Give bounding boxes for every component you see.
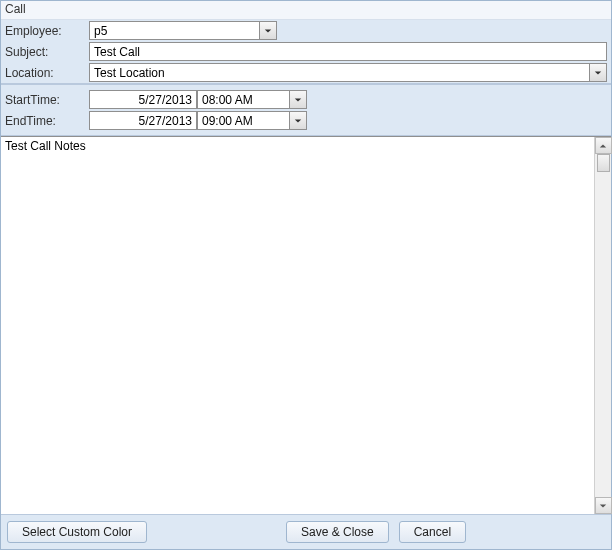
chevron-down-icon [294,93,302,107]
chevron-up-icon [599,139,607,153]
end-time-dropdown-button[interactable] [289,111,307,130]
employee-dropdown-button[interactable] [259,21,277,40]
start-time-input[interactable] [197,90,289,109]
start-time-row: StartTime: [1,89,611,110]
start-date-input[interactable] [89,90,197,109]
employee-combo[interactable] [89,21,277,40]
location-row: Location: [1,62,611,83]
notes-textarea[interactable] [1,137,594,514]
time-section: StartTime: EndTime: [1,84,611,136]
scroll-track[interactable] [595,154,612,497]
form-section: Employee: Subject: Location: [1,20,611,84]
scroll-up-button[interactable] [595,137,612,154]
chevron-down-icon [294,114,302,128]
button-bar: Select Custom Color Save & Close Cancel [1,514,611,549]
employee-input[interactable] [89,21,259,40]
scroll-down-button[interactable] [595,497,612,514]
notes-scrollbar[interactable] [594,137,611,514]
cancel-button[interactable]: Cancel [399,521,466,543]
chevron-down-icon [594,66,602,80]
window-title: Call [1,1,611,20]
end-time-combo[interactable] [197,111,307,130]
employee-row: Employee: [1,20,611,41]
chevron-down-icon [264,24,272,38]
call-dialog: Call Employee: Subject: Location: [0,0,612,550]
chevron-down-icon [599,499,607,513]
start-time-combo[interactable] [197,90,307,109]
employee-label: Employee: [5,24,89,38]
location-input[interactable] [89,63,589,82]
subject-label: Subject: [5,45,89,59]
subject-row: Subject: [1,41,611,62]
location-combo[interactable] [89,63,607,82]
end-time-label: EndTime: [5,114,89,128]
start-time-label: StartTime: [5,93,89,107]
end-date-input[interactable] [89,111,197,130]
location-label: Location: [5,66,89,80]
notes-inner [1,137,611,514]
start-time-dropdown-button[interactable] [289,90,307,109]
save-and-close-button[interactable]: Save & Close [286,521,389,543]
select-custom-color-button[interactable]: Select Custom Color [7,521,147,543]
notes-area [1,136,611,514]
end-time-row: EndTime: [1,110,611,131]
location-dropdown-button[interactable] [589,63,607,82]
subject-input[interactable] [89,42,607,61]
end-time-input[interactable] [197,111,289,130]
scroll-thumb[interactable] [597,154,610,172]
